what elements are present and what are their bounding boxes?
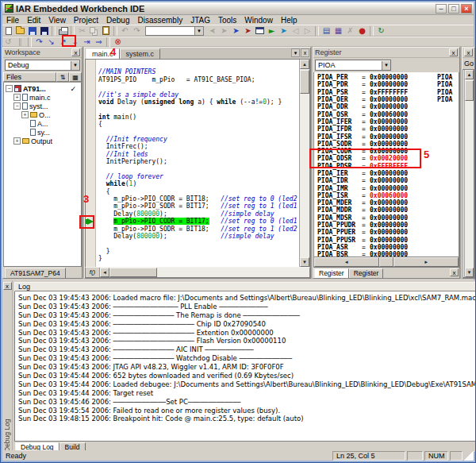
log-messages[interactable]: Sun Dec 03 19:45:43 2006: Loaded macro f… — [14, 291, 476, 442]
paste-icon[interactable] — [101, 26, 112, 36]
register-tabs-close-icon[interactable]: x — [450, 268, 459, 276]
code-line[interactable]: int main() — [98, 114, 299, 121]
files-column-header[interactable]: Files — [3, 72, 56, 82]
register-row-pioa_pdr[interactable]: PIOA_PDR=0x00000000PIOA — [314, 81, 459, 88]
open-file-icon[interactable] — [15, 26, 26, 36]
go-to-bookmark-icon[interactable]: ➤ — [243, 26, 254, 36]
code-line[interactable]: InitPeriphery(); — [98, 158, 299, 165]
tree-item-at91[interactable]: −AT91...✓ — [4, 84, 81, 93]
tree-item-syst[interactable]: −syst... — [4, 102, 81, 110]
code-line[interactable]: //it's a simple delay — [98, 91, 299, 98]
code-line[interactable]: void Delay (unsigned long a) { while (--… — [98, 98, 299, 106]
tab-main-c[interactable]: main.c — [86, 48, 120, 59]
code-line[interactable]: } — [98, 255, 299, 262]
editor-vertical-scrollbar[interactable]: ▲ ▼ — [299, 60, 309, 267]
code-area[interactable]: //MAIN POINTERSAT91PS_PIO m_pPio = AT91C… — [96, 60, 299, 267]
menu-debug[interactable]: Debug — [102, 16, 133, 25]
menu-tools[interactable]: Tools — [214, 16, 240, 25]
code-line[interactable]: InitFrec(); — [98, 143, 299, 150]
register-row-pioa_isr[interactable]: PIOA_ISR=0x00060000 — [314, 192, 459, 199]
scroll-up-icon[interactable]: ▲ — [300, 60, 309, 69]
menu-project[interactable]: Project — [70, 16, 102, 25]
register-row-pioa_pdsr[interactable]: PIOA_PDSR=0xFFFBFFFF — [314, 163, 459, 170]
menu-edit[interactable]: Edit — [23, 16, 44, 25]
toggle-breakpoint-icon[interactable]: ● — [357, 26, 368, 36]
register-row-pioa_imr[interactable]: PIOA_IMR=0x00000000 — [314, 184, 459, 191]
menu-help[interactable]: Help — [277, 16, 301, 25]
log-close-icon[interactable]: x — [3, 282, 12, 290]
chevron-down-icon[interactable]: ▼ — [71, 61, 79, 70]
menu-jtag[interactable]: JTAG — [186, 16, 214, 25]
sort-column-icon[interactable]: ⇅ — [56, 72, 69, 82]
step-into-icon[interactable]: ↘ — [46, 37, 57, 47]
register-row-pioa_odr[interactable]: PIOA_ODR=0x00000000 — [314, 103, 459, 110]
code-line[interactable]: { — [98, 121, 299, 128]
tab-register-2[interactable]: Register — [349, 268, 384, 278]
scroll-left-icon[interactable]: ◄ — [100, 268, 109, 277]
code-line[interactable] — [98, 129, 299, 136]
register-row-pioa_idr[interactable]: PIOA_IDR=0x00000000 — [314, 177, 459, 184]
register-row-pioa_osr[interactable]: PIOA_OSR=0x00060000 — [314, 110, 459, 118]
register-row-pioa_ppuer[interactable]: PIOA_PPUER=0x00000000 — [314, 229, 459, 236]
tree-item-mainc[interactable]: +main.c — [4, 93, 81, 102]
register-row-pioa_sodr[interactable]: PIOA_SODR=0x00000000 — [314, 141, 459, 148]
tree-item-o[interactable]: +O... — [4, 110, 81, 119]
save-all-icon[interactable] — [39, 26, 50, 36]
menu-window[interactable]: Window — [240, 16, 277, 25]
options-column-icon[interactable]: ▦ — [69, 72, 82, 82]
next-statement-icon[interactable]: ↓ — [70, 37, 81, 47]
code-line[interactable]: } — [98, 248, 299, 255]
tab-register-1[interactable]: Register — [314, 268, 349, 278]
tree-expander-icon[interactable]: − — [6, 85, 13, 92]
scroll-up-icon[interactable]: ▲ — [465, 70, 474, 79]
code-line[interactable] — [98, 240, 299, 247]
code-line[interactable] — [98, 106, 299, 113]
editor-horizontal-scrollbar[interactable]: ◄ — [100, 268, 309, 277]
code-line[interactable]: m_pPio->PIO_CODR = BIT18; //set reg to 0… — [98, 195, 299, 203]
register-row-pioa_bsr[interactable]: PIOA_BSR=0x00000000 — [314, 251, 459, 257]
tab-close-icon[interactable]: x — [301, 48, 309, 57]
code-line[interactable]: while(1) — [98, 180, 299, 187]
register-row-pioa_mdsr[interactable]: PIOA_MDSR=0x00000000 — [314, 214, 459, 222]
register-row-pioa_mder[interactable]: PIOA_MDER=0x00000000 — [314, 199, 459, 206]
go-icon[interactable]: ⇒ — [94, 37, 105, 47]
code-line[interactable]: m_pPio->PIO_SODR = BIT17; //set reg to 1… — [98, 203, 299, 210]
find-combo[interactable]: ▼ — [145, 26, 204, 36]
register-row-pioa_ppusr[interactable]: PIOA_PPUSR=0x00000000 — [314, 237, 459, 244]
code-line[interactable] — [98, 61, 299, 68]
step-out-icon[interactable]: ↗ — [58, 37, 69, 47]
close-button[interactable]: × — [461, 4, 472, 14]
maximize-button[interactable]: □ — [448, 4, 459, 14]
code-line[interactable]: //MAIN POINTERS — [98, 68, 299, 75]
register-row-pioa_codr[interactable]: PIOA_CODR=0x00000000 — [314, 148, 459, 155]
code-line[interactable] — [98, 165, 299, 172]
register-row-pioa_asr[interactable]: PIOA_ASR=0x00000000 — [314, 244, 459, 251]
tree-item-sy[interactable]: sy... — [4, 128, 81, 137]
go-to-cursor-icon[interactable]: ➤ — [278, 26, 290, 36]
code-line[interactable]: // loop forever — [98, 173, 299, 180]
code-line[interactable]: m_pPio->PIO_CODR = BIT17; //set reg to 0… — [98, 218, 299, 225]
chevron-down-icon[interactable]: ▼ — [382, 61, 390, 70]
register-row-pioa_psr[interactable]: PIOA_PSR=0xFFFFFFFFPIOA — [314, 89, 459, 96]
register-horizontal-scrollbar[interactable]: ◄ ► — [313, 257, 459, 268]
print-icon[interactable] — [58, 26, 69, 36]
register-row-pioa_ifdr[interactable]: PIOA_IFDR=0x00000000 — [314, 125, 459, 133]
disassembly-close-icon[interactable]: x — [464, 48, 473, 56]
register-row-pioa_odsr[interactable]: PIOA_ODSR=0x00020000 — [314, 155, 459, 162]
code-line[interactable] — [98, 83, 299, 91]
tree-item-a[interactable]: A... — [4, 119, 81, 128]
register-group-select[interactable]: PIOA ▼ — [315, 60, 391, 71]
scroll-thumb[interactable] — [300, 70, 309, 94]
register-row-pioa_mddr[interactable]: PIOA_MDDR=0x00000000 — [314, 206, 459, 214]
code-line[interactable]: AT91PS_PIO m_pPio = AT91C_BASE_PIOA; — [98, 76, 299, 83]
scroll-thumb[interactable] — [379, 257, 394, 267]
scroll-left-icon[interactable]: ◄ — [314, 257, 379, 267]
function-list-button[interactable]: f() — [86, 268, 100, 277]
resize-grip[interactable] — [464, 451, 474, 461]
register-row-pioa_ppudr[interactable]: PIOA_PPUDR=0x00000000 — [314, 222, 459, 229]
tab-system-c[interactable]: system.c — [120, 48, 161, 59]
menu-view[interactable]: View — [44, 16, 70, 25]
register-row-pioa_oer[interactable]: PIOA_OER=0x00000000PIOA — [314, 96, 459, 103]
make-icon[interactable]: ▦ — [333, 26, 344, 36]
register-close-icon[interactable]: x — [449, 48, 458, 56]
